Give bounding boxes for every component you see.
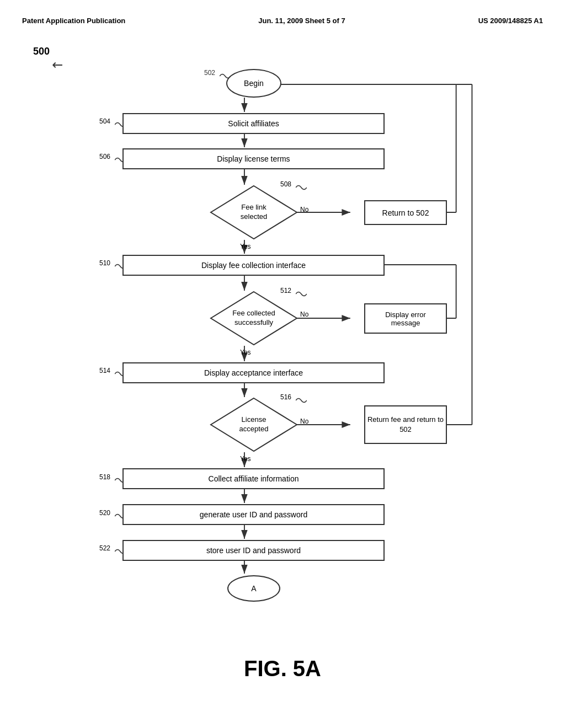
license-accepted-diamond: Licenseaccepted	[210, 397, 298, 452]
header-right: US 2009/148825 A1	[478, 17, 543, 25]
store-user-id-box: store user ID and password	[122, 540, 385, 561]
label-520: 520	[99, 509, 110, 517]
end-oval: A	[227, 575, 280, 602]
label-514: 514	[99, 367, 110, 374]
solicit-affiliates-box: Solicit affiliates	[122, 113, 385, 134]
diagram-arrow: ↙	[49, 55, 67, 74]
figure-label: FIG. 5A	[244, 656, 321, 681]
license-accepted-yes-label: Yes	[240, 455, 251, 463]
display-fee-collection-box: Display fee collection interface	[122, 255, 385, 276]
license-accepted-no-label: No	[300, 417, 308, 425]
page-header: Patent Application Publication Jun. 11, …	[22, 17, 543, 25]
return-fee-box: Return fee and return to 502	[364, 405, 447, 444]
fee-link-yes-label: Yes	[240, 243, 251, 250]
begin-oval: Begin	[226, 69, 281, 98]
page: Patent Application Publication Jun. 11, …	[0, 0, 565, 728]
fee-collected-yes-label: Yes	[240, 349, 251, 356]
label-504: 504	[99, 117, 110, 125]
label-502: 502	[204, 69, 215, 77]
label-522: 522	[99, 544, 110, 552]
display-error-message-box: Display errormessage	[364, 303, 447, 334]
collect-affiliate-info-box: Collect affiliate information	[122, 468, 385, 489]
display-acceptance-box: Display acceptance interface	[122, 362, 385, 383]
label-506: 506	[99, 153, 110, 160]
diagram-number: 500	[33, 46, 50, 57]
generate-user-id-box: generate user ID and password	[122, 504, 385, 525]
flowchart-diagram: 500 ↙ 502 Begin 504 Solicit affiliates 5…	[22, 36, 543, 687]
fee-link-diamond: Fee linkselected	[210, 185, 298, 240]
fee-collected-no-label: No	[300, 311, 308, 318]
header-left: Patent Application Publication	[22, 17, 125, 25]
return-to-502-box: Return to 502	[364, 200, 447, 225]
fee-collected-diamond: Fee collectedsuccessfully	[210, 291, 298, 346]
header-center: Jun. 11, 2009 Sheet 5 of 7	[258, 17, 345, 25]
fee-link-no-label: No	[300, 206, 308, 213]
label-518: 518	[99, 473, 110, 481]
label-510: 510	[99, 259, 110, 267]
display-license-terms-box: Display license terms	[122, 148, 385, 169]
